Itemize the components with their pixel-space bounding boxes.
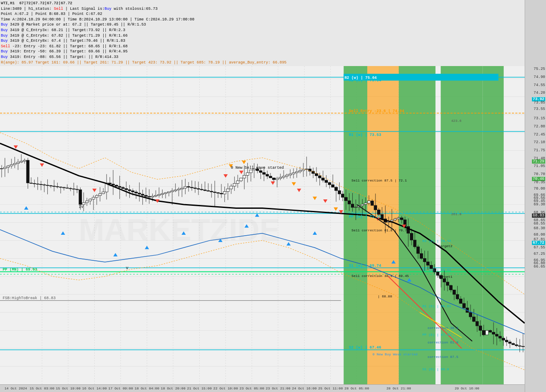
price-label: 74.90 (534, 75, 545, 79)
price-label: 70.70 (534, 172, 545, 176)
time-label: 22 Oct 10:00 (213, 386, 238, 390)
time-label: 16 Oct 14:00 (82, 386, 107, 390)
price-label: 71.75 (534, 148, 545, 153)
price-label: 67.72 (532, 241, 545, 245)
price-label: 69.30 (534, 202, 545, 207)
price-label: 67.25 (534, 252, 545, 256)
time-label: 28 Oct 05:00 (345, 386, 369, 390)
price-label: 74.55 (534, 83, 545, 87)
time-label: 23 Oct 05:00 (240, 386, 264, 390)
time-label: 25 Oct 11:00 (318, 386, 343, 390)
price-label: 73.85 (534, 101, 545, 105)
time-label: 23 Oct 21:00 (266, 386, 290, 390)
price-label: 72.80 (534, 124, 545, 129)
price-label: 71.05 (534, 164, 545, 168)
price-label: 68.30 (534, 226, 545, 231)
time-label: 17 Oct 09:00 (108, 386, 133, 390)
time-axis: 14 Oct 202415 Oct 03:0015 Oct 19:0016 Oc… (0, 384, 525, 392)
price-label: 70.00 (534, 187, 545, 191)
time-label: 24 Oct 16:00 (292, 386, 317, 390)
price-label: 72.10 (534, 140, 545, 144)
time-label: 18 Oct 20:00 (161, 386, 186, 390)
price-label: 67.55 (534, 245, 545, 250)
price-label: 66.65 (534, 265, 545, 269)
time-label: 28 Oct 21:00 (386, 386, 411, 390)
time-label: 18 Oct 04:00 (135, 386, 160, 390)
time-label: 29 Oct 16:00 (455, 386, 479, 390)
price-label: 68.55 (534, 222, 545, 226)
price-label: 73.55 (534, 107, 545, 111)
time-label: 21 Oct 15:00 (187, 386, 212, 390)
price-label: 70.35 (534, 180, 545, 184)
time-label: 15 Oct 03:00 (30, 386, 55, 390)
chart-container: WTI,H1 67|72|67.72|67.72|67.72 Line:3489… (0, 0, 546, 392)
price-label: 73.15 (534, 116, 545, 121)
chart-canvas (0, 0, 546, 392)
price-label: 71.29 (532, 159, 545, 164)
price-label: 68.00 (534, 233, 545, 237)
price-label: 75.25 (534, 67, 545, 71)
price-label: 68.83 (532, 213, 545, 218)
price-label: 72.45 (534, 133, 545, 137)
time-label: 14 Oct 2024 (4, 386, 27, 390)
time-label: 15 Oct 19:00 (56, 386, 81, 390)
price-axis: 75.2574.9074.5574.2073.9273.8573.5573.15… (525, 0, 546, 392)
price-label: 74.20 (534, 91, 545, 95)
